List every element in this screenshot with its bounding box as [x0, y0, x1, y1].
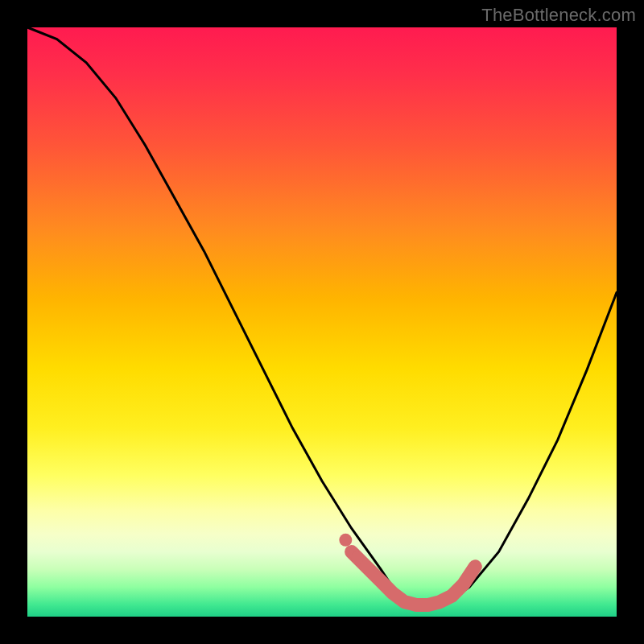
chart-frame: TheBottleneck.com — [0, 0, 644, 644]
bottleneck-curve — [27, 27, 617, 605]
highlight-dot — [351, 551, 364, 564]
highlight-segment — [352, 552, 476, 605]
watermark-text: TheBottleneck.com — [481, 5, 636, 26]
bottleneck-curve-svg — [27, 27, 617, 617]
highlight-dot — [339, 534, 352, 547]
plot-area — [27, 27, 617, 617]
